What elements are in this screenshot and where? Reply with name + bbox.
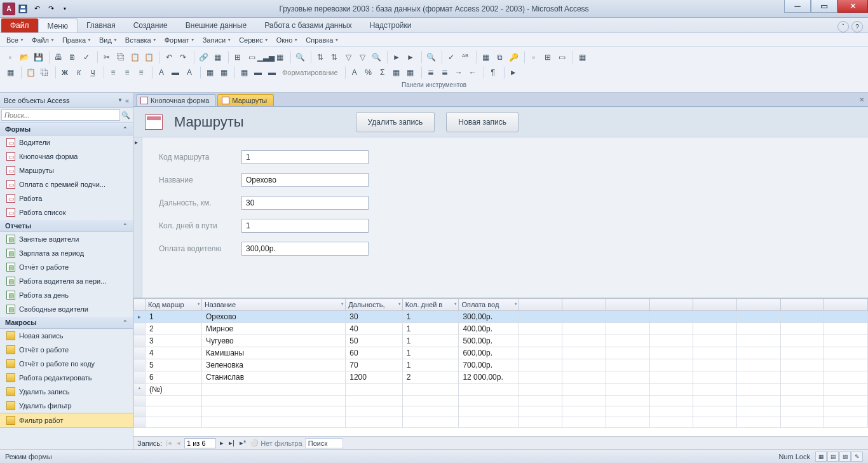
nav-item[interactable]: ▭Работа — [0, 191, 133, 205]
cell[interactable]: 1 — [146, 311, 202, 323]
delete-record-button[interactable]: Удалить запись — [356, 112, 435, 132]
empty-cell[interactable] — [562, 311, 606, 323]
row-selector[interactable] — [134, 347, 146, 359]
cell[interactable]: 1200 — [346, 371, 402, 384]
table-icon[interactable]: ⊞ — [541, 51, 554, 64]
column-dropdown-icon[interactable]: ▾ — [454, 301, 457, 307]
nav-search-input[interactable] — [1, 109, 120, 121]
view-icon[interactable]: ▦ — [211, 51, 224, 64]
close-tab-icon[interactable]: × — [859, 95, 864, 104]
new-row-selector[interactable]: * — [134, 384, 146, 396]
empty-column[interactable] — [519, 299, 562, 311]
nav-header[interactable]: Все объекты Access ▼ « — [0, 93, 133, 108]
nav-item[interactable]: ▤Работа водителя за пери... — [0, 274, 133, 288]
empty-cell[interactable] — [606, 311, 649, 323]
column-dropdown-icon[interactable]: ▾ — [341, 301, 344, 307]
empty-cell[interactable] — [459, 384, 519, 396]
menu-формат[interactable]: Формат ▼ — [162, 35, 198, 45]
undo-icon[interactable]: ↶ — [31, 3, 43, 15]
empty-cell[interactable] — [824, 359, 868, 371]
nav-item[interactable]: Отчёт о работе по коду — [0, 357, 133, 371]
nav-item[interactable]: Фильтр работ — [0, 413, 133, 428]
table-row[interactable]: 6Станислав1200212 000,00р. — [134, 371, 868, 384]
goto-icon[interactable]: ► — [404, 51, 417, 64]
filter-indicator[interactable]: ⚪ Нет фильтра — [250, 439, 302, 447]
empty-cell[interactable] — [606, 371, 649, 384]
new-record-nav-button[interactable]: ▸* — [238, 439, 247, 447]
record-position-input[interactable] — [184, 438, 216, 448]
design-view-button[interactable]: ✎ — [851, 452, 863, 462]
empty-cell[interactable] — [606, 359, 649, 371]
doc-tab-1[interactable]: Маршруты — [217, 94, 274, 106]
empty-cell[interactable] — [736, 323, 780, 335]
empty-cell[interactable] — [736, 384, 780, 396]
cut-icon[interactable]: ✂ — [100, 51, 113, 64]
find-icon[interactable]: 🔍 — [370, 51, 383, 64]
paste-icon[interactable]: 📋 — [142, 51, 155, 64]
ribbon-tab-5[interactable]: Надстройки — [361, 18, 421, 32]
new-icon[interactable]: ▫ — [527, 51, 540, 64]
nav-item[interactable]: ▭Маршруты — [0, 163, 133, 177]
empty-cell[interactable] — [562, 347, 606, 359]
sum-icon[interactable]: Σ — [376, 66, 389, 79]
empty-cell[interactable] — [736, 335, 780, 347]
search-icon[interactable]: 🔍 — [120, 109, 132, 121]
cell[interactable]: 12 000,00р. — [459, 371, 519, 384]
empty-cell[interactable] — [562, 371, 606, 384]
cell[interactable]: 1 — [402, 335, 459, 347]
fill-icon[interactable]: ▬ — [169, 66, 182, 79]
font-icon[interactable]: A — [155, 66, 168, 79]
cell[interactable]: 40 — [346, 323, 402, 335]
indent-icon[interactable]: → — [452, 66, 465, 79]
row-selector[interactable] — [134, 323, 146, 335]
empty-cell[interactable] — [824, 311, 868, 323]
empty-column[interactable] — [780, 299, 824, 311]
font-icon[interactable]: A — [183, 66, 196, 79]
filter-icon[interactable]: ▽ — [356, 51, 369, 64]
cell[interactable]: 1 — [402, 359, 459, 371]
row-selector[interactable] — [134, 335, 146, 347]
empty-cell[interactable] — [519, 311, 562, 323]
empty-cell[interactable] — [736, 359, 780, 371]
field-input-1[interactable] — [241, 173, 369, 187]
collapse-icon[interactable]: ⌃ — [123, 319, 128, 326]
new-record-button[interactable]: Новая запись — [446, 112, 519, 132]
empty-cell[interactable] — [649, 347, 693, 359]
cell[interactable]: 2 — [146, 323, 202, 335]
nav-item[interactable]: Удалить запись — [0, 385, 133, 399]
nav-item[interactable]: ▤Отчёт о работе — [0, 260, 133, 274]
grid-icon[interactable]: ▦ — [404, 66, 417, 79]
empty-cell[interactable] — [824, 335, 868, 347]
left-icon[interactable]: ≡ — [107, 66, 119, 79]
column-header[interactable]: Код маршр▾ — [146, 299, 202, 311]
para-icon[interactable]: ¶ — [487, 66, 499, 79]
qat-dropdown-icon[interactable]: ▼ — [58, 3, 71, 15]
empty-cell[interactable] — [736, 311, 780, 323]
ribbon-tab-0[interactable]: Меню — [38, 18, 78, 32]
nav-item[interactable]: ▭Оплата с премией подчи... — [0, 177, 133, 191]
bold-icon[interactable]: Ж — [58, 66, 71, 79]
abc-icon[interactable]: ᴬᴮ — [459, 51, 471, 64]
nav-item[interactable]: Работа редактировать — [0, 371, 133, 385]
print-icon[interactable]: 🖶 — [52, 51, 65, 64]
field-input-4[interactable] — [241, 242, 369, 256]
nav-dropdown-icon[interactable]: ▼ — [118, 97, 123, 103]
new-icon[interactable]: ▫ — [4, 51, 17, 64]
cell[interactable]: 6 — [146, 371, 202, 384]
empty-cell[interactable] — [693, 335, 737, 347]
collapse-icon[interactable]: ⌃ — [123, 223, 128, 229]
ribbon-tab-3[interactable]: Внешние данные — [177, 18, 256, 32]
doc-tab-0[interactable]: Кнопочная форма — [136, 94, 216, 106]
empty-cell[interactable] — [519, 323, 562, 335]
link-icon[interactable]: 🔗 — [197, 51, 210, 64]
search-box[interactable]: Поиск — [305, 438, 343, 448]
empty-cell[interactable] — [562, 384, 606, 396]
menu-вид[interactable]: Вид ▼ — [97, 35, 120, 45]
empty-column[interactable] — [693, 299, 737, 311]
empty-cell[interactable] — [562, 359, 606, 371]
row-header-corner[interactable] — [134, 299, 146, 311]
maximize-button[interactable]: ▭ — [811, 0, 837, 13]
datasheet-view[interactable]: Код маршр▾Название▾Дальность,▾Кол. дней … — [133, 298, 868, 436]
menu-справка[interactable]: Справка ▼ — [303, 35, 341, 45]
empty-column[interactable] — [606, 299, 649, 311]
